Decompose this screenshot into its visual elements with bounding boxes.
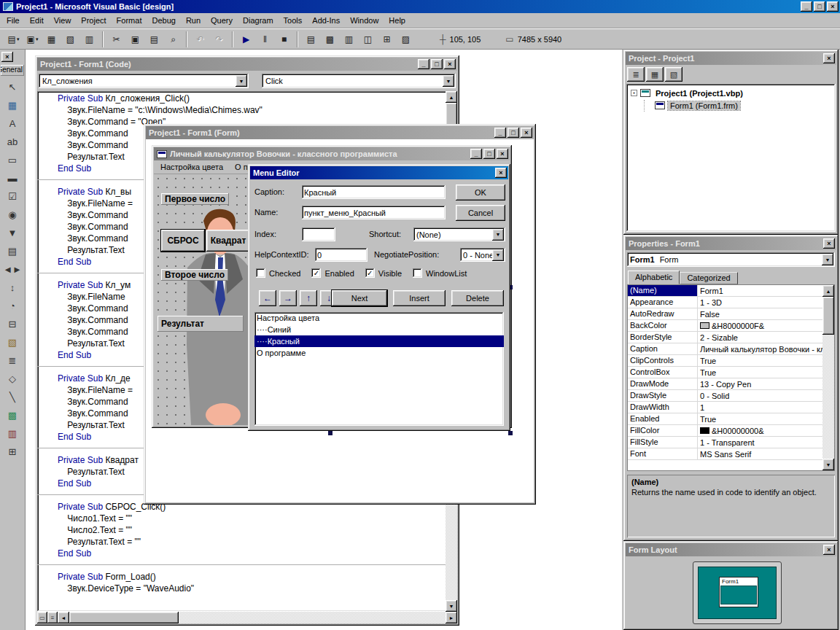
caption-input[interactable] [302, 185, 446, 199]
toolbox-button[interactable]: ⊞ [378, 31, 396, 47]
object-combo[interactable]: Кл_сложения ▼ [39, 74, 249, 88]
listbox-tool[interactable]: ▤ [2, 242, 23, 260]
main-window-minimize-button[interactable]: _ [801, 1, 812, 12]
line-tool[interactable]: ╲ [2, 388, 23, 406]
menu-tools[interactable]: Tools [279, 14, 308, 27]
main-window-close-button[interactable]: × [827, 1, 839, 12]
form-designer-window-minimize-button[interactable]: _ [494, 128, 506, 138]
add-project-button[interactable]: ▤▾ [4, 31, 23, 47]
property-row-drawwidth[interactable]: DrawWidth1 [628, 402, 822, 413]
tab-categorized[interactable]: Categorized [680, 272, 737, 284]
horizontal-scroll-thumb[interactable] [69, 612, 179, 623]
designed-form-minimize-button[interactable]: _ [470, 149, 482, 159]
menu-format[interactable]: Format [112, 14, 147, 27]
property-row-drawstyle[interactable]: DrawStyle0 - Solid [628, 390, 822, 402]
property-row-drawmode[interactable]: DrawMode13 - Copy Pen [628, 378, 822, 390]
property-row-caption[interactable]: CaptionЛичный калькулятор Вовочки - кла [628, 343, 822, 355]
dirlistbox-tool[interactable]: ▧ [2, 333, 23, 351]
code-horizontal-scrollbar[interactable]: ◄ ► [58, 612, 457, 623]
code-window-title-bar[interactable]: Project1 - Form1 (Code) _□× [37, 58, 457, 71]
insert-button[interactable]: Insert [393, 290, 446, 306]
tab-alphabetic[interactable]: Alphabetic [628, 271, 680, 284]
project-tree[interactable]: -Project1 (Project1.vbp)Form1 (Form1.frm… [626, 84, 836, 232]
filelistbox-tool[interactable]: ≣ [2, 351, 23, 370]
form-layout-title-bar[interactable]: Form Layout × [626, 543, 836, 556]
form-layout-window-close-button[interactable]: × [823, 545, 835, 555]
menu-window[interactable]: Window [345, 14, 384, 27]
checkbox-windowlist[interactable]: WindowList [413, 268, 467, 278]
property-row-name[interactable]: (Name)Form1 [628, 285, 822, 297]
hscrollbar-tool[interactable]: ◄► [2, 260, 23, 279]
cancel-button[interactable]: Cancel [456, 205, 505, 221]
view-object-button[interactable]: ▦ [646, 67, 664, 82]
shape-tool[interactable]: ◇ [2, 370, 23, 388]
negotiateposition-combo[interactable]: 0 - None ▼ [460, 248, 505, 262]
selection-handle-bottom[interactable] [328, 431, 332, 435]
property-row-appearance[interactable]: Appearance1 - 3D [628, 297, 822, 308]
procedure-combo[interactable]: Click ▼ [262, 74, 456, 88]
menu-list-item[interactable]: О программе [254, 347, 504, 359]
find-button[interactable]: ⌕ [164, 31, 182, 47]
data-tool[interactable]: ▥ [2, 424, 23, 443]
vscrollbar-tool[interactable]: ↕ [2, 279, 23, 297]
checkbox-tool[interactable]: ☑ [2, 187, 23, 206]
label-tool[interactable]: A [2, 114, 23, 133]
project-tree-item[interactable]: Form1 (Form1.frm) [629, 99, 834, 112]
procedure-combo-dropdown-button[interactable]: ▼ [443, 75, 454, 87]
properties-combo-dropdown-button[interactable]: ▼ [822, 254, 833, 265]
paste-button[interactable]: ▤ [145, 31, 163, 47]
code-window-close-button[interactable]: × [444, 59, 456, 69]
menu-move-right-button[interactable]: → [279, 290, 297, 306]
menu-list-item[interactable]: ····Синий [254, 324, 504, 335]
menu-editor-title-bar[interactable]: Menu Editor × [250, 166, 508, 179]
break-button[interactable]: ‖ [256, 31, 274, 47]
drivelistbox-tool[interactable]: ⊟ [2, 315, 23, 333]
form-designer-title-bar[interactable]: Project1 - Form1 (Form) _□× [146, 126, 534, 139]
scroll-left-button[interactable]: ◄ [58, 612, 69, 623]
property-row-enabled[interactable]: EnabledTrue [628, 413, 822, 425]
checkbox-enabled[interactable]: ✓Enabled [311, 268, 354, 278]
open-project-button[interactable]: ▧ [61, 31, 79, 47]
designed-form-close-button[interactable]: × [497, 149, 508, 159]
timer-tool[interactable]: ◔ [2, 297, 23, 315]
menu-editor-close-button[interactable]: × [495, 168, 507, 178]
menu-project[interactable]: Project [76, 14, 111, 27]
checkbox-checked[interactable]: Checked [256, 268, 300, 278]
optionbutton-tool[interactable]: ◉ [2, 206, 23, 224]
frame-tool[interactable]: ▭ [2, 151, 23, 169]
project-window-title-bar[interactable]: Project - Project1 × [626, 52, 836, 65]
textbox-tool[interactable]: ab [2, 133, 23, 151]
property-row-font[interactable]: FontMS Sans Serif [628, 448, 822, 460]
properties-object-combo[interactable]: Form1 Form ▼ [627, 252, 835, 267]
picturebox-tool[interactable]: ▦ [2, 96, 23, 114]
checkbox-visible[interactable]: ✓Visible [365, 268, 402, 278]
scroll-right-button[interactable]: ► [446, 612, 457, 623]
toolbox-tab-general[interactable]: General [1, 65, 24, 76]
index-input[interactable] [302, 228, 335, 241]
property-row-autoredraw[interactable]: AutoRedrawFalse [628, 308, 822, 320]
menu-add-ins[interactable]: Add-Ins [307, 14, 345, 27]
copy-button[interactable]: ▣ [126, 31, 144, 47]
property-row-clipcontrols[interactable]: ClipControlsTrue [628, 355, 822, 367]
toggle-folders-button[interactable]: ▧ [665, 67, 682, 82]
menu-structure-list[interactable]: Настройка цвета····Синий····КрасныйО про… [254, 312, 504, 426]
undo-button[interactable]: ↶ [191, 31, 209, 47]
mini-form[interactable]: Form1 [719, 577, 758, 607]
reset-button[interactable]: СБРОС [161, 230, 205, 252]
menu-edit[interactable]: Edit [25, 14, 49, 27]
tree-expand-box[interactable]: - [631, 90, 637, 96]
object-browser-button[interactable]: ◫ [359, 31, 377, 47]
helpcontextid-input[interactable] [315, 248, 368, 262]
properties-window-close-button[interactable]: × [823, 238, 835, 249]
menu-list-item[interactable]: ····Красный [254, 335, 504, 347]
end-button[interactable]: ■ [275, 31, 293, 47]
project-tree-item[interactable]: -Project1 (Project1.vbp) [629, 87, 834, 99]
menu-move-up-button[interactable]: ↑ [300, 290, 317, 306]
procedure-view-button[interactable]: ▭ [37, 612, 47, 623]
code-window-maximize-button[interactable]: □ [431, 59, 443, 69]
menu-view[interactable]: View [49, 14, 77, 27]
ok-button[interactable]: OK [456, 184, 505, 201]
property-row-backcolor[interactable]: BackColor&H8000000F& [628, 320, 822, 332]
property-row-borderstyle[interactable]: BorderStyle2 - Sizable [628, 332, 822, 343]
menu-editor-button[interactable]: ▦ [42, 31, 61, 47]
